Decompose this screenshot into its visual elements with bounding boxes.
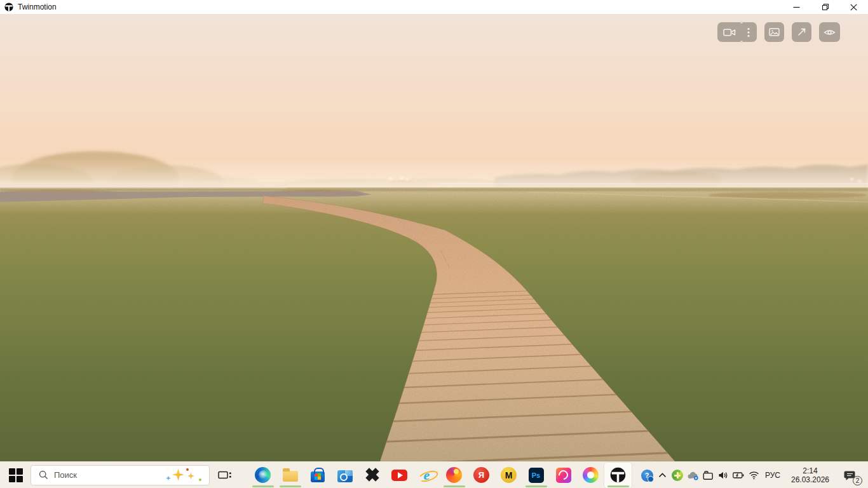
- youtube-icon: [391, 470, 407, 481]
- viewport-3d-scene[interactable]: [0, 14, 868, 461]
- outlook-icon: [337, 470, 353, 482]
- expand-arrow-icon: [797, 27, 806, 37]
- taskbar-app-yandex[interactable]: Я: [468, 463, 495, 488]
- image-icon: [769, 28, 780, 36]
- battery-charging-icon[interactable]: [731, 462, 746, 488]
- taskbar-app-yellow-m[interactable]: M: [495, 463, 522, 488]
- firefox-icon: [446, 467, 462, 483]
- taskbar-search-input[interactable]: Поиск: [31, 465, 210, 485]
- screenshot-button[interactable]: [764, 22, 784, 42]
- twinmotion-icon: [610, 467, 626, 483]
- onedrive-cloud-icon[interactable]: [685, 462, 700, 488]
- window-title: Twinmotion: [18, 3, 57, 11]
- viewport-toolbar: [717, 22, 840, 42]
- photoshop-icon: Ps: [529, 468, 544, 483]
- taskbar-app-task-view[interactable]: [214, 463, 236, 488]
- video-camera-icon[interactable]: [718, 28, 741, 37]
- minimize-button[interactable]: [782, 0, 811, 14]
- taskbar-apps: e Я M Ps: [214, 463, 632, 488]
- adobe-creative-cloud-icon: [556, 468, 571, 483]
- landscape-render: [0, 14, 868, 461]
- wifi-icon[interactable]: [746, 462, 761, 488]
- microsoft-store-icon: [311, 471, 325, 482]
- clock-date: 26.03.2026: [784, 475, 836, 484]
- view-mode-button[interactable]: [819, 22, 840, 42]
- taskbar-app-rainbow-swirl[interactable]: [577, 463, 604, 488]
- window-titlebar: Twinmotion: [0, 0, 868, 14]
- taskbar-app-microsoft-store[interactable]: [304, 463, 331, 488]
- water-strip: [0, 182, 286, 188]
- twinmotion-logo-icon: [4, 3, 13, 11]
- window-controls: [782, 0, 868, 14]
- clock-time: 2:14: [784, 466, 836, 475]
- taskbar-app-firefox[interactable]: [440, 463, 468, 488]
- taskbar-app-youtube[interactable]: [386, 463, 413, 488]
- notification-count-badge: 2: [853, 476, 862, 485]
- windows-taskbar: Поиск e Я: [0, 461, 868, 488]
- taskbar-app-internet-explorer[interactable]: e: [413, 463, 440, 488]
- dropbox-icon: [364, 468, 381, 483]
- folder-icon: [283, 471, 298, 482]
- clock[interactable]: 2:14 26.03.2026: [784, 466, 836, 484]
- hidden-icons-chevron[interactable]: [654, 462, 670, 488]
- close-button[interactable]: [839, 0, 868, 14]
- camera-options-button[interactable]: [717, 22, 757, 42]
- volume-icon[interactable]: [715, 462, 731, 488]
- vignette: [0, 319, 868, 461]
- system-tray: ?: [639, 462, 868, 488]
- yellow-m-app-icon: M: [501, 467, 517, 483]
- search-icon: [39, 470, 48, 480]
- taskbar-app-twinmotion[interactable]: [604, 463, 632, 488]
- taskbar-app-adobe-cc[interactable]: [550, 463, 577, 488]
- search-placeholder: Поиск: [54, 470, 77, 480]
- yandex-icon: Я: [473, 467, 489, 483]
- start-button[interactable]: [8, 468, 24, 483]
- kebab-menu-icon[interactable]: [741, 27, 756, 37]
- taskbar-app-photoshop[interactable]: Ps: [522, 463, 550, 488]
- edge-icon: [255, 467, 271, 483]
- eye-icon: [824, 28, 836, 37]
- internet-explorer-icon: e: [419, 467, 435, 483]
- search-highlights-sparkle-icon[interactable]: [165, 467, 204, 484]
- task-view-icon: [218, 470, 232, 480]
- display-cast-icon[interactable]: [700, 462, 715, 488]
- rainbow-swirl-app-icon: [583, 467, 599, 483]
- notification-center-button[interactable]: 2: [836, 462, 864, 488]
- restore-button[interactable]: [811, 0, 839, 14]
- taskbar-app-edge[interactable]: [249, 463, 276, 488]
- taskbar-app-dropbox[interactable]: [358, 463, 386, 488]
- taskbar-app-file-explorer[interactable]: [276, 463, 304, 488]
- fullscreen-button[interactable]: [792, 22, 811, 42]
- taskbar-app-outlook[interactable]: [331, 463, 358, 488]
- help-tray-icon[interactable]: ?: [639, 462, 654, 488]
- antivirus-tray-icon[interactable]: [670, 462, 685, 488]
- language-indicator[interactable]: РУС: [761, 471, 784, 480]
